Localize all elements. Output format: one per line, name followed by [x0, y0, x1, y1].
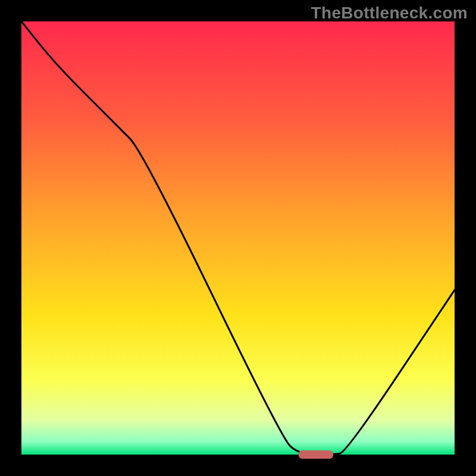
plot-area [21, 21, 455, 455]
bottleneck-chart [0, 0, 476, 476]
watermark-label: TheBottleneck.com [311, 4, 468, 23]
optimal-marker [299, 450, 333, 459]
chart-frame: TheBottleneck.com [0, 0, 476, 476]
